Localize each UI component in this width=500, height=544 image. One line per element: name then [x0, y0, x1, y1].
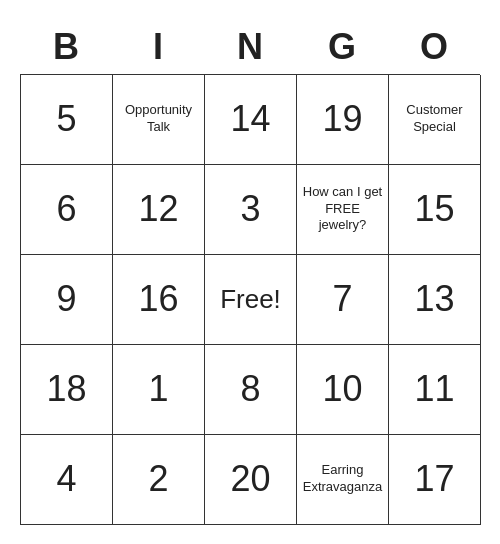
- header-letter: N: [204, 20, 296, 74]
- cell-number: 20: [230, 458, 270, 500]
- cell-number: 5: [56, 98, 76, 140]
- cell-r0-c1: Opportunity Talk: [113, 75, 205, 165]
- cell-r2-c2: Free!: [205, 255, 297, 345]
- cell-r0-c2: 14: [205, 75, 297, 165]
- header-letter: B: [20, 20, 112, 74]
- bingo-card: BINGO 5Opportunity Talk1419Customer Spec…: [20, 20, 480, 525]
- cell-number: 11: [414, 368, 454, 410]
- cell-r1-c4: 15: [389, 165, 481, 255]
- cell-text: How can I get FREE jewelry?: [301, 184, 384, 235]
- cell-r3-c3: 10: [297, 345, 389, 435]
- cell-number: 8: [240, 368, 260, 410]
- cell-r3-c4: 11: [389, 345, 481, 435]
- cell-r1-c3: How can I get FREE jewelry?: [297, 165, 389, 255]
- cell-number: 3: [240, 188, 260, 230]
- cell-r3-c2: 8: [205, 345, 297, 435]
- cell-r4-c2: 20: [205, 435, 297, 525]
- cell-number: 16: [138, 278, 178, 320]
- bingo-grid: 5Opportunity Talk1419Customer Special612…: [20, 74, 480, 525]
- cell-r1-c0: 6: [21, 165, 113, 255]
- cell-r0-c3: 19: [297, 75, 389, 165]
- bingo-header: BINGO: [20, 20, 480, 74]
- cell-text: Customer Special: [393, 102, 476, 136]
- cell-text: Opportunity Talk: [117, 102, 200, 136]
- cell-r1-c2: 3: [205, 165, 297, 255]
- header-letter: I: [112, 20, 204, 74]
- cell-r0-c4: Customer Special: [389, 75, 481, 165]
- cell-r4-c1: 2: [113, 435, 205, 525]
- header-letter: O: [388, 20, 480, 74]
- cell-number: 4: [56, 458, 76, 500]
- cell-number: 13: [414, 278, 454, 320]
- cell-number: 9: [56, 278, 76, 320]
- cell-r2-c0: 9: [21, 255, 113, 345]
- cell-r2-c3: 7: [297, 255, 389, 345]
- cell-number: 19: [322, 98, 362, 140]
- cell-number: 1: [148, 368, 168, 410]
- cell-free: Free!: [220, 284, 281, 315]
- cell-number: 12: [138, 188, 178, 230]
- cell-r4-c3: Earring Extravaganza: [297, 435, 389, 525]
- cell-number: 10: [322, 368, 362, 410]
- cell-number: 7: [332, 278, 352, 320]
- cell-r0-c0: 5: [21, 75, 113, 165]
- cell-number: 2: [148, 458, 168, 500]
- cell-r2-c1: 16: [113, 255, 205, 345]
- cell-number: 14: [230, 98, 270, 140]
- cell-number: 15: [414, 188, 454, 230]
- cell-r1-c1: 12: [113, 165, 205, 255]
- cell-r3-c0: 18: [21, 345, 113, 435]
- header-letter: G: [296, 20, 388, 74]
- cell-number: 17: [414, 458, 454, 500]
- cell-number: 6: [56, 188, 76, 230]
- cell-r2-c4: 13: [389, 255, 481, 345]
- cell-number: 18: [46, 368, 86, 410]
- cell-r4-c0: 4: [21, 435, 113, 525]
- cell-text: Earring Extravaganza: [301, 462, 384, 496]
- cell-r4-c4: 17: [389, 435, 481, 525]
- cell-r3-c1: 1: [113, 345, 205, 435]
